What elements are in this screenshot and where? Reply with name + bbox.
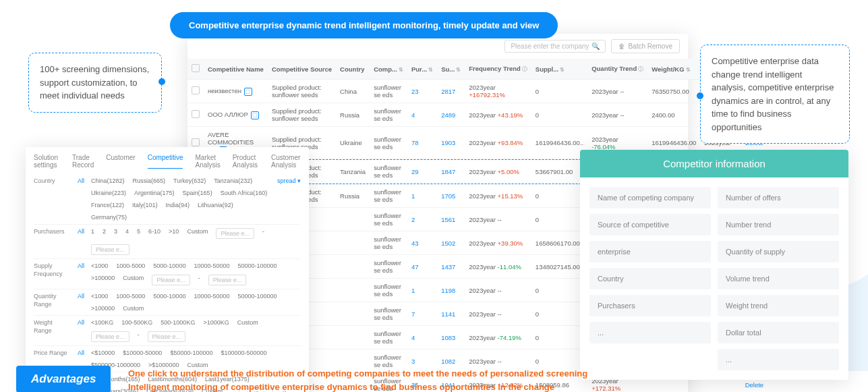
filter-option[interactable]: Turkey(632) — [173, 177, 206, 184]
filter-option[interactable]: 5000-10000 — [153, 262, 185, 269]
filter-min-input[interactable]: Please e... — [216, 228, 254, 239]
filter-option[interactable]: >100000 — [91, 275, 115, 285]
filter-option[interactable]: 50000-100000 — [237, 293, 277, 300]
filter-option[interactable]: Argentina(175) — [134, 190, 175, 196]
info-item: Purchasers — [589, 295, 711, 316]
tab-solution-settings[interactable]: Solution settings — [34, 154, 60, 169]
company-icon[interactable]: ⬚ — [244, 88, 252, 96]
filter-row: Supply Frequency All <10001000-50005000-… — [34, 258, 301, 289]
filter-option[interactable]: Russia(665) — [133, 177, 166, 184]
filter-option[interactable]: <1000 — [91, 293, 108, 300]
search-input[interactable]: Please enter the company🔍 — [504, 40, 606, 53]
info-item: Dollar total — [718, 322, 839, 343]
tab-competitive[interactable]: Competitive — [148, 154, 183, 169]
delete-button[interactable]: Delete — [745, 381, 763, 389]
tab-customer[interactable]: Customer — [106, 154, 135, 169]
filter-option[interactable]: >10 — [169, 228, 179, 239]
row-checkbox[interactable] — [192, 110, 200, 118]
filter-option[interactable]: South Africa(160) — [221, 190, 268, 196]
filter-option[interactable]: France(122) — [91, 202, 124, 208]
filter-option[interactable]: $100000-500000 — [221, 349, 266, 356]
filter-option[interactable]: 5000-10000 — [153, 293, 185, 300]
spread-toggle[interactable]: spread ▾ — [277, 177, 301, 184]
filter-custom[interactable]: Custom — [123, 275, 144, 285]
filter-option[interactable]: Spain(165) — [183, 190, 212, 196]
callout-dot — [158, 78, 165, 85]
filter-option[interactable]: 10000-50000 — [194, 262, 229, 269]
filter-label: Quantity Range — [34, 293, 71, 308]
filter-all[interactable]: All — [78, 319, 84, 326]
sort-icon[interactable]: ⇅ — [428, 67, 433, 73]
table-row[interactable]: ООО АЛЛЮР⬚ Supplied product: sunflower s… — [187, 103, 774, 127]
table-row[interactable]: неизвестен⬚ Supplied product: sunflower … — [187, 80, 774, 103]
filter-option[interactable]: 50000-100000 — [237, 262, 277, 269]
filter-custom[interactable]: Custom — [237, 319, 258, 326]
info-icon[interactable]: ⓘ — [522, 66, 527, 72]
filter-option[interactable]: 4 — [125, 228, 129, 239]
filter-all[interactable]: All — [78, 228, 84, 235]
filter-option[interactable]: <$10000 — [91, 349, 115, 356]
info-item: Number trend — [718, 214, 839, 235]
filter-option[interactable]: Tanzania(232) — [214, 177, 252, 184]
tab-market-analysis[interactable]: Market Analysis — [195, 154, 220, 169]
row-checkbox[interactable] — [192, 86, 200, 94]
sort-icon[interactable]: ⇅ — [560, 67, 565, 73]
filter-all[interactable]: All — [78, 177, 84, 184]
batch-remove-button[interactable]: 🗑Batch Remove — [611, 39, 680, 53]
select-all-checkbox[interactable] — [192, 64, 200, 72]
callout-dot — [697, 92, 703, 99]
filter-max-input[interactable]: Please e... — [91, 244, 129, 255]
filter-min-input[interactable]: Please e... — [91, 331, 129, 342]
filter-option[interactable]: India(94) — [166, 202, 190, 208]
info-item: Quantity of supply — [718, 241, 839, 262]
filter-option[interactable]: 500-1000KG — [161, 319, 195, 326]
filter-option[interactable]: Ukraine(223) — [91, 190, 126, 196]
sort-icon[interactable]: ⇅ — [686, 67, 691, 73]
competitor-info-card: Competitor information Name of competing… — [580, 150, 848, 380]
trash-icon: 🗑 — [618, 43, 625, 50]
filter-option[interactable]: >1000KG — [203, 319, 229, 326]
filter-option[interactable]: 1000-5000 — [116, 262, 145, 269]
tab-trade-record[interactable]: Trade Record — [72, 154, 94, 169]
filter-max-input[interactable]: Please e... — [148, 331, 186, 342]
filter-max-input[interactable]: Please e... — [208, 275, 247, 285]
filter-label: Price Range — [34, 349, 71, 358]
filter-option[interactable]: Lithuania(92) — [198, 202, 233, 208]
filter-option[interactable]: 6-10 — [148, 228, 161, 239]
filter-option[interactable]: 2 — [103, 228, 106, 239]
filter-row: Country All China(1282)Russia(665)Turkey… — [34, 174, 301, 224]
info-item: Volume trend — [718, 268, 839, 289]
tab-customer-analysis[interactable]: Customer Analysis — [271, 154, 301, 169]
filter-option[interactable]: 1000-5000 — [116, 293, 145, 300]
filter-option[interactable]: 5 — [137, 228, 140, 239]
filter-custom[interactable]: Custom — [187, 228, 208, 239]
filter-option[interactable]: 3 — [114, 228, 117, 239]
company-icon[interactable]: ⬚ — [251, 111, 259, 119]
filter-option[interactable]: Italy(101) — [132, 202, 158, 208]
filter-option[interactable]: <1000 — [91, 262, 108, 269]
filter-option[interactable]: $50000-100000 — [170, 349, 212, 356]
filter-row: Quantity Range All <10001000-50005000-10… — [34, 289, 301, 315]
filter-label: Supply Frequency — [34, 262, 71, 278]
filter-option[interactable]: 10000-50000 — [194, 293, 229, 300]
info-icon[interactable]: ⓘ — [638, 66, 643, 72]
filter-option[interactable]: <100KG — [91, 319, 113, 326]
filter-option[interactable]: Germany(75) — [91, 214, 127, 221]
filter-min-input[interactable]: Please e... — [152, 275, 190, 285]
filter-all[interactable]: All — [78, 349, 84, 356]
filter-all[interactable]: All — [78, 262, 84, 269]
info-item: ... — [718, 349, 839, 370]
tab-product-analysis[interactable]: Product Analysis — [233, 154, 259, 169]
filter-option[interactable]: 100-500KG — [121, 319, 152, 326]
filter-option[interactable]: $10000-50000 — [123, 349, 162, 356]
filter-custom[interactable]: Custom — [123, 305, 144, 312]
filter-option[interactable]: 1 — [91, 228, 94, 239]
table-header-row: Competitive Name Competitive Source Coun… — [187, 59, 774, 80]
filter-label: Country — [34, 177, 71, 186]
row-checkbox[interactable] — [192, 138, 200, 146]
sort-icon[interactable]: ⇅ — [456, 67, 461, 73]
filter-all[interactable]: All — [78, 293, 84, 300]
sort-icon[interactable]: ⇅ — [399, 67, 403, 73]
filter-option[interactable]: China(1282) — [91, 177, 125, 184]
filter-option[interactable]: >100000 — [91, 305, 115, 312]
